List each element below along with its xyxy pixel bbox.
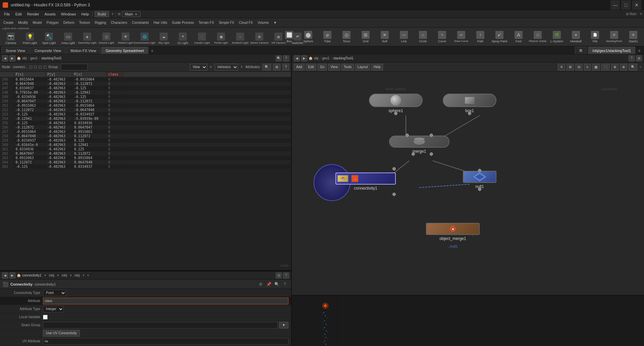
tool-texture[interactable]: Texture <box>77 19 92 27</box>
right-tool-7[interactable]: ⊕ <box>611 64 619 70</box>
tool-file[interactable]: 📄 File <box>586 28 604 46</box>
tab-composite-view[interactable]: Composite View <box>30 47 65 54</box>
minimize-btn[interactable]: — <box>610 0 620 10</box>
param-info-btn[interactable]: ? <box>281 281 288 288</box>
tool-more[interactable]: ▼ <box>271 19 279 27</box>
tab-right-add[interactable]: + <box>636 47 643 54</box>
tool-box[interactable]: ⬜ Box <box>280 28 299 46</box>
tool-lsystem[interactable]: 🌿 L-System <box>547 28 566 46</box>
uv-attribute-input[interactable] <box>43 338 288 345</box>
tab-motion-fx[interactable]: Motion FX View <box>66 47 101 54</box>
tool-cloud-fx[interactable]: Cloud FX <box>237 19 255 27</box>
tool-constraints[interactable]: Constraints <box>130 19 151 27</box>
tool-hair-utils[interactable]: Hair Utils <box>152 19 169 27</box>
right-tool-5[interactable]: ▦ <box>592 64 600 70</box>
node-connectivity1[interactable]: 📚 🔖 connectivity1 <box>335 169 396 194</box>
col-header-pz[interactable]: P[z] <box>72 72 106 77</box>
tool-spot-light[interactable]: 🔦 Spot Light <box>40 30 58 47</box>
tool-model[interactable]: Model <box>31 19 44 27</box>
forward-btn[interactable]: ▶ <box>9 55 15 61</box>
tool-area-light[interactable]: ▭ Area Light <box>59 30 77 47</box>
right-tool-2[interactable]: ⊞ <box>567 64 574 70</box>
col-header-class[interactable]: class <box>106 72 123 77</box>
right-tool-3[interactable]: ⊟ <box>575 64 583 70</box>
tool-spray-paint[interactable]: 🖌 Spray Paint <box>490 28 509 46</box>
connectivity-type-dropdown[interactable]: Point Primitive Edge <box>43 290 66 296</box>
add-btn[interactable]: Add <box>294 64 305 70</box>
tool-tube[interactable]: ⌀ Tube <box>318 28 337 46</box>
right-tool-6[interactable]: ⬛ <box>601 64 610 70</box>
tool-deform[interactable]: Deform <box>61 19 76 27</box>
tool-platonic[interactable]: ⬡ Platonic Solids <box>528 28 547 46</box>
tool-sky-light[interactable]: ☁ Sky Light <box>154 30 173 47</box>
param-zoom-btn[interactable]: 🔍 <box>273 281 280 288</box>
help-right-btn[interactable]: Help <box>371 64 383 70</box>
node-null1[interactable]: null1 <box>463 171 496 189</box>
tool-rigging[interactable]: Rigging <box>93 19 108 27</box>
tool-volume-light[interactable]: ◫ Volume Light <box>97 30 116 47</box>
col-header-py[interactable]: P[y] <box>45 72 72 77</box>
tool-stacking[interactable]: ⚙ stackingTool1 <box>605 28 624 46</box>
menu-help[interactable]: Help <box>78 10 92 18</box>
right-path-stacking[interactable]: stackingTool1 <box>333 56 354 60</box>
attribute-input[interactable] <box>43 298 288 304</box>
tab-scene-view[interactable]: Scene View <box>1 47 30 54</box>
node-box1[interactable]: box1 <box>443 94 496 113</box>
tool-camera[interactable]: 📷 Camera <box>1 30 20 47</box>
path-obj[interactable]: obj <box>22 56 26 60</box>
local-var-checkbox[interactable] <box>43 315 48 319</box>
tool-circle[interactable]: ○ Circle <box>414 28 432 46</box>
tool-simple-fx[interactable]: Simple FX <box>217 19 236 27</box>
path-connectivity[interactable]: connectivity1 <box>22 274 42 277</box>
right-tool-4[interactable]: ≡ <box>584 64 591 70</box>
help-btn[interactable]: ? <box>283 55 289 61</box>
tool-point-light[interactable]: 💡 Point Light <box>20 30 39 47</box>
path-obj-3[interactable]: /obj <box>74 274 80 277</box>
right-tool-1[interactable]: ✕ <box>558 64 565 70</box>
right-forward-btn[interactable]: ▶ <box>301 55 307 61</box>
tab-add-btn[interactable]: + <box>149 47 156 54</box>
tool-distant-light[interactable]: ☀ Distant Light <box>116 30 135 47</box>
tool-line[interactable]: ─ Line <box>394 28 413 46</box>
node-object-merge1[interactable]: ★ object_merge1 ../null1 <box>426 223 480 241</box>
tool-stack1[interactable]: ⚙ Stack1 <box>624 28 643 46</box>
back-btn[interactable]: ◀ <box>2 55 8 61</box>
tool-sphere[interactable]: ⬤ Sphere <box>299 28 318 46</box>
tool-torus[interactable]: ◎ Torus <box>337 28 356 46</box>
tool-geo-light[interactable]: ◈ Geometry Light <box>78 30 97 47</box>
maximize-btn[interactable]: □ <box>621 0 631 10</box>
right-path-obj[interactable]: obj <box>314 56 318 60</box>
filter-btn[interactable]: 🔍 <box>276 55 282 61</box>
right-back-btn[interactable]: ◀ <box>294 55 300 61</box>
filter-attributes-btn[interactable]: 🔍 <box>262 64 271 70</box>
tool-env-light[interactable]: 🌐 Environment Light <box>135 30 154 47</box>
intrinsics-dropdown[interactable]: Intrinsics <box>215 64 238 70</box>
menu-windows[interactable]: Windows <box>58 10 79 18</box>
layout-btn[interactable]: Layout <box>355 64 370 70</box>
path-add[interactable]: + <box>87 274 89 277</box>
seam-group-toggle[interactable]: ▼ <box>279 322 288 329</box>
node-sphere1[interactable]: sphere1 <box>369 94 423 113</box>
tool-portal-light[interactable]: ▣ Portal Light <box>212 30 230 47</box>
columns-btn[interactable]: ⊞ <box>273 64 280 70</box>
edit-btn[interactable]: Edit <box>306 64 316 70</box>
build-button[interactable]: Build <box>95 11 109 17</box>
forward-btn-bottom[interactable]: ▶ <box>9 273 15 279</box>
menu-assets[interactable]: Assets <box>42 10 58 18</box>
tool-guide-process[interactable]: Guide Process <box>170 19 196 27</box>
path-obj-2[interactable]: /obj <box>62 274 67 277</box>
go-btn[interactable]: Go <box>318 64 327 70</box>
tool-draw-curve[interactable]: ✏ Draw Curve <box>452 28 471 46</box>
group-input[interactable] <box>61 64 88 70</box>
close-btn[interactable]: ✕ <box>632 0 641 10</box>
panel-collapse-btn[interactable]: ⊟ <box>276 273 282 279</box>
tools-btn[interactable]: Tools <box>341 64 354 70</box>
tool-curve[interactable]: ∿ Curve <box>433 28 451 46</box>
right-tool-9[interactable]: 🔍 <box>629 64 637 70</box>
network-view[interactable]: Indie Edition Geometry <box>292 72 644 346</box>
tool-ambient-light[interactable]: ○ Ambient Light <box>231 30 250 47</box>
tool-gi-light[interactable]: ✦ GI Light <box>173 30 192 47</box>
menu-edit[interactable]: Edit <box>13 10 24 18</box>
main-dropdown-btn[interactable]: Main ▼ <box>122 11 141 17</box>
tool-path[interactable]: ⌇ Path <box>471 28 490 46</box>
